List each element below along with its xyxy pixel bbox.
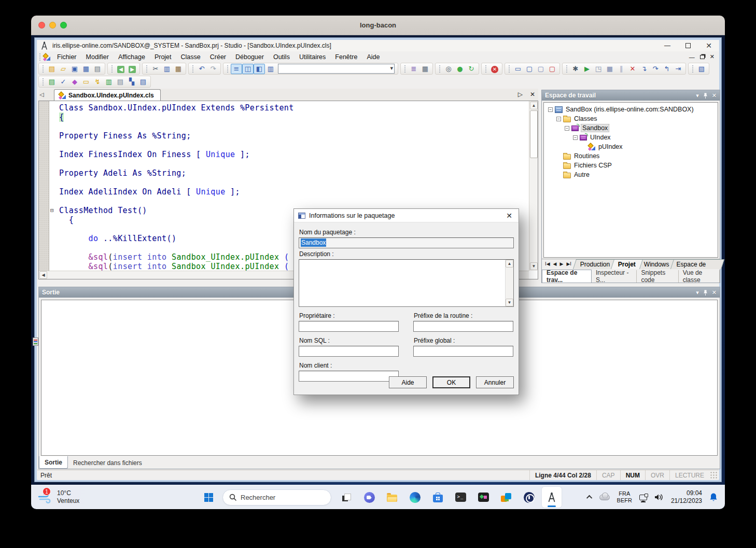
redo-button[interactable]: ↷ [207,64,219,74]
show-superclasses-button[interactable]: ▤ [137,77,149,87]
toolbar-grip[interactable] [42,65,45,73]
menubar-grip[interactable] [39,53,41,61]
cancel-button[interactable]: Annuler [476,376,514,388]
tab-close-icon[interactable]: ✕ [530,91,535,98]
menu-utilitaires[interactable]: Utilitaires [295,52,330,62]
step-over-button[interactable]: ↷ [650,64,661,74]
taskbar-app-chat[interactable] [359,487,379,508]
tree-node-fichiers[interactable]: Fichiers CSP [544,161,718,170]
workspace-tab-projet[interactable]: Projet [611,259,643,269]
stop-task-button[interactable]: ✕ [489,64,500,74]
textarea-scrollbar[interactable]: ▲ ▼ [505,260,513,306]
refresh-document-button[interactable]: ↻ [466,64,477,74]
new-zen-page-button[interactable]: ↯ [92,77,103,87]
new-file-small-button[interactable]: ▤ [115,77,126,87]
toolbar-grip[interactable] [192,65,194,73]
toolbar-grip[interactable] [566,65,568,73]
search-box[interactable]: Rechercher [222,489,331,505]
compile-button[interactable]: ≣ [408,64,419,74]
taskbar-app-task-view[interactable] [337,487,356,508]
menu-déboguer[interactable]: Déboguer [231,52,269,62]
weather-widget[interactable]: 1 10°C Venteux [31,489,119,505]
panel-close-icon[interactable]: ✕ [712,92,717,99]
scroll-left-icon[interactable]: ◀ [39,271,47,279]
package-name-input[interactable]: Sandbox [299,237,514,248]
ok-button[interactable]: OK [432,376,470,388]
cut-button[interactable]: ✂ [150,64,161,74]
tab-next-icon[interactable]: ▶ [559,261,565,267]
owner-input[interactable] [299,321,399,332]
routine-prefix-input[interactable] [413,321,513,332]
menu-projet[interactable]: Projet [150,52,176,62]
collapsed-panel-icon[interactable] [33,338,38,346]
macos-titlebar[interactable]: long-bacon [31,16,725,35]
debug-go-button[interactable]: ▶ [581,64,593,74]
minimize-icon[interactable]: — [663,42,672,49]
code-line[interactable] [50,196,529,206]
panel-close-icon[interactable]: ✕ [712,289,717,296]
scroll-up-icon[interactable]: ▲ [530,102,538,109]
help-button[interactable]: Aide [389,376,427,388]
print-button[interactable]: ▤ [92,64,103,74]
menu-affichage[interactable]: Affichage [114,52,150,62]
volume-icon[interactable] [654,493,664,501]
tree-expander-icon[interactable]: − [573,135,578,140]
output-tab-rechercher-dans-fichiers[interactable]: Rechercher dans fichiers [68,457,147,469]
save-button[interactable]: ▣ [69,64,80,74]
panel-tab-inspecteur-s-[interactable]: Inspecteur - S... [592,270,637,283]
pin-icon[interactable] [703,93,708,99]
open-button[interactable]: ▱ [58,64,69,74]
class-dictionary-button[interactable]: ▧ [696,64,707,74]
code-line[interactable] [50,178,529,187]
tab-scroll-right-icon[interactable]: ▷ [518,91,523,98]
tab-scroll-left-icon[interactable]: ◁ [39,91,44,98]
onedrive-icon[interactable] [599,495,610,500]
editor-vertical-scrollbar[interactable]: ▲ ▼ [529,101,538,271]
menu-classe[interactable]: Classe [176,52,205,62]
tree-expander-icon[interactable]: − [556,117,561,121]
find-in-files-button[interactable]: ◎ [443,64,454,74]
toolbar-grip[interactable] [485,65,487,73]
new-document-button[interactable]: ▤ [46,64,58,74]
breakpoint-toggle-button[interactable]: ▭ [512,64,524,74]
taskbar-app-explorer[interactable] [382,487,402,508]
panel-menu-icon[interactable]: ▾ [696,92,699,99]
sql-name-input[interactable] [299,346,399,357]
taskbar-app-store[interactable] [428,487,447,508]
menu-fenêtre[interactable]: Fenêtre [330,52,362,62]
code-line[interactable]: Property Adeli As %String; [50,168,529,178]
language-switcher[interactable]: FRA BEFR [617,490,632,504]
code-line[interactable]: Index FinessIndex On Finess [ Unique ]; [50,150,529,159]
tree-expander-icon[interactable]: − [565,126,569,131]
breakpoint-clear-button[interactable]: ▢ [547,64,558,74]
breakpoint-view-button[interactable]: ▢ [535,64,547,74]
dialog-titlebar[interactable]: Informations sur le paquetage ✕ [294,209,519,222]
fold-marker-icon[interactable]: ⊟ [50,207,54,213]
toolbar-grip[interactable] [404,65,407,73]
tree-node-sandbox[interactable]: −Sandbox [544,123,718,133]
code-line[interactable] [50,159,529,168]
toolbar-grip[interactable] [111,65,114,73]
network-icon[interactable] [639,495,647,500]
tree-node-autre[interactable]: Autre [544,170,718,179]
panel-tab-espace-de-trav-[interactable]: Espace de trav... [542,270,592,283]
code-line[interactable] [50,140,529,150]
find-combo[interactable] [278,64,395,74]
mdi-minimize-icon[interactable]: — [689,54,695,60]
panel-menu-icon[interactable]: ▾ [696,289,699,296]
rebuild-all-button[interactable]: ▦ [419,64,431,74]
web-browse-button[interactable]: ● [454,64,466,74]
window-cascade-button[interactable]: ▥ [265,64,276,74]
view-designer-button[interactable]: ◧ [254,64,265,74]
debug-target-button[interactable]: ✱ [570,64,581,74]
code-line[interactable]: Class Sandbox.UIndex.pUIndex Extends %Pe… [50,103,529,113]
step-out-button[interactable]: ↰ [661,64,673,74]
close-icon[interactable]: ✕ [704,41,713,50]
tree-node-routines[interactable]: Routines [544,151,718,161]
panel-tab-vue-de-classe[interactable]: Vue de classe [679,270,720,283]
workspace-header[interactable]: Espace de travail ▾ ✕ [542,90,720,101]
toolbar-grip[interactable] [692,65,694,73]
tree-node-classes[interactable]: −Classes [544,114,718,123]
taskbar-app-edge[interactable] [405,487,425,508]
breakpoint-add-button[interactable]: ▢ [524,64,535,74]
